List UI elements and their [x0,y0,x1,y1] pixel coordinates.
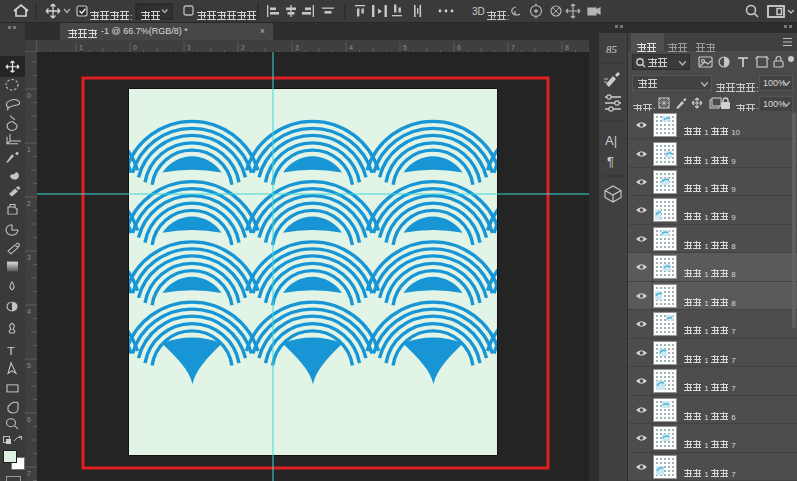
svg-text:A|: A| [605,133,617,148]
svg-text:2: 2 [27,200,31,207]
svg-text:3: 3 [27,254,31,261]
svg-text:T: T [7,345,15,358]
svg-text:1: 1 [187,44,191,51]
svg-text:7: 7 [511,44,515,51]
svg-text:6: 6 [457,44,461,51]
svg-text:3: 3 [295,44,299,51]
svg-text:2: 2 [241,44,245,51]
svg-text:7: 7 [27,470,31,477]
svg-text:1: 1 [79,44,83,51]
svg-text:0: 0 [27,92,31,99]
svg-text:1: 1 [27,146,31,153]
svg-text:8: 8 [565,44,569,51]
svg-text:0: 0 [133,44,137,51]
svg-text:4: 4 [349,44,353,51]
svg-text:5: 5 [403,44,407,51]
svg-text:85: 85 [606,43,618,55]
svg-text:4: 4 [27,308,31,315]
svg-text:¶: ¶ [607,154,614,169]
svg-text:6: 6 [27,416,31,423]
svg-text:5: 5 [27,362,31,369]
